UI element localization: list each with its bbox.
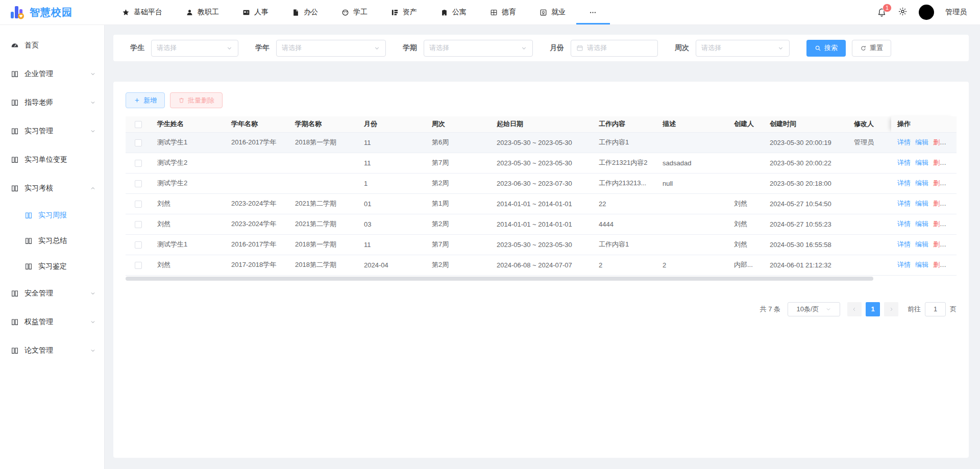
detail-link[interactable]: 详情 xyxy=(897,261,911,268)
sidebar-item-internship-unit-change[interactable]: 实习单位变更 xyxy=(0,145,104,174)
cell-range: 2014-01-01 ~ 2014-01-01 xyxy=(491,193,593,214)
delete-link[interactable]: 删除 xyxy=(933,179,946,187)
chevron-left-icon xyxy=(851,306,857,312)
topnav-item-student-affairs[interactable]: 学工 xyxy=(330,0,379,24)
sidebar-item-label: 实习总结 xyxy=(38,236,96,245)
app-logo[interactable]: 智慧校园 xyxy=(10,5,110,19)
cell-desc xyxy=(656,193,728,214)
sidebar-item-label: 指导老师 xyxy=(24,98,90,107)
batch-delete-button[interactable]: 批量删除 xyxy=(170,92,223,108)
sidebar-item-internship-mgmt[interactable]: 实习管理 xyxy=(0,117,104,145)
select-all-checkbox[interactable] xyxy=(135,121,142,128)
row-checkbox[interactable] xyxy=(135,201,142,208)
page-1-button[interactable]: 1 xyxy=(866,302,880,316)
topnav-item-platform[interactable]: 基础平台 xyxy=(110,0,174,24)
row-checkbox[interactable] xyxy=(135,262,142,269)
cell-modifier xyxy=(848,153,891,173)
sidebar-item-enterprise-mgmt[interactable]: 企业管理 xyxy=(0,60,104,88)
horizontal-scrollbar[interactable] xyxy=(126,277,873,281)
row-checkbox[interactable] xyxy=(135,160,142,167)
school-year-select[interactable]: 请选择 xyxy=(276,40,386,57)
month-date-picker[interactable]: 请选择 xyxy=(571,40,658,57)
delete-link[interactable]: 删除 xyxy=(933,138,946,146)
goto-page-input[interactable] xyxy=(925,302,946,316)
detail-link[interactable]: 详情 xyxy=(897,240,911,248)
cell-created: 2024-05-27 10:55:23 xyxy=(764,214,848,234)
sidebar-item-home[interactable]: 首页 xyxy=(0,31,104,60)
topnav-item-more[interactable] xyxy=(577,0,608,24)
detail-link[interactable]: 详情 xyxy=(897,179,911,187)
week-select[interactable]: 请选择 xyxy=(696,40,790,57)
delete-link[interactable]: 删除 xyxy=(933,159,946,166)
week-filter-label: 周次 xyxy=(675,43,689,53)
edit-link[interactable]: 编辑 xyxy=(915,138,928,146)
search-button[interactable]: 搜索 xyxy=(806,40,846,57)
edit-link[interactable]: 编辑 xyxy=(915,261,928,268)
delete-link[interactable]: 删除 xyxy=(933,261,946,268)
sidebar-item-thesis-mgmt[interactable]: 论文管理 xyxy=(0,336,104,365)
cell-content: 工作内容1 xyxy=(593,132,656,153)
detail-link[interactable]: 详情 xyxy=(897,200,911,207)
topnav-item-staff[interactable]: 教职工 xyxy=(174,0,231,24)
page-size-select[interactable]: 10条/页 xyxy=(788,302,840,316)
book-icon xyxy=(11,289,19,298)
topnav-item-moral-education[interactable]: 德育 xyxy=(478,0,528,24)
user-name[interactable]: 管理员 xyxy=(945,8,967,17)
chevron-down-icon xyxy=(90,319,96,325)
cell-creator: 内部... xyxy=(728,255,764,275)
row-checkbox[interactable] xyxy=(135,241,142,249)
row-checkbox[interactable] xyxy=(135,221,142,228)
topnav-item-apartment[interactable]: 公寓 xyxy=(429,0,478,24)
sidebar-item-internship-assessment[interactable]: 实习考核 xyxy=(0,174,104,203)
detail-link[interactable]: 详情 xyxy=(897,138,911,146)
topnav-item-employment[interactable]: 就业 xyxy=(528,0,577,24)
cell-content: 工作内213213... xyxy=(593,173,656,193)
table-row: 刘然2023-2024学年2021第二学期03第2周2014-01-01 ~ 2… xyxy=(126,214,957,234)
calendar-icon xyxy=(576,44,583,52)
notifications-button[interactable]: 1 xyxy=(877,8,887,17)
sidebar-item-appraisal[interactable]: 实习鉴定 xyxy=(0,254,104,279)
sidebar-item-safety-mgmt[interactable]: 安全管理 xyxy=(0,279,104,308)
sidebar-item-advisor[interactable]: 指导老师 xyxy=(0,88,104,117)
column-header: 操作 xyxy=(891,116,957,132)
sidebar-item-rights-mgmt[interactable]: 权益管理 xyxy=(0,308,104,336)
placeholder-text: 请选择 xyxy=(701,43,777,53)
detail-link[interactable]: 详情 xyxy=(897,220,911,228)
edit-link[interactable]: 编辑 xyxy=(915,240,928,248)
topnav-item-assets[interactable]: 资产 xyxy=(379,0,429,24)
edit-link[interactable]: 编辑 xyxy=(915,179,928,187)
topnav-menu: 基础平台 教职工 人事 办公 学工 资产 公寓 德育 就业 xyxy=(110,0,608,24)
sidebar-item-label: 安全管理 xyxy=(24,289,90,298)
delete-link[interactable]: 删除 xyxy=(933,220,946,228)
next-page-button[interactable] xyxy=(884,302,898,316)
reset-button[interactable]: 重置 xyxy=(852,40,891,57)
table-row: 刘然2023-2024学年2021第二学期01第1周2014-01-01 ~ 2… xyxy=(126,193,957,214)
delete-link[interactable]: 删除 xyxy=(933,240,946,248)
sidebar-item-summary[interactable]: 实习总结 xyxy=(0,228,104,254)
cell-created: 2024-05-30 16:55:58 xyxy=(764,234,848,255)
topnav-item-label: 基础平台 xyxy=(134,8,162,17)
settings-button[interactable] xyxy=(898,7,908,18)
cell-term: 2018第一学期 xyxy=(289,234,358,255)
prev-page-button[interactable] xyxy=(847,302,862,316)
sidebar-item-weekly-report[interactable]: 实习周报 xyxy=(0,203,104,228)
edit-link[interactable]: 编辑 xyxy=(915,220,928,228)
actions-cell: 详情编辑删除 xyxy=(891,255,957,275)
cell-year: 2017-2018学年 xyxy=(225,255,289,275)
avatar[interactable] xyxy=(919,5,934,20)
topnav-item-office[interactable]: 办公 xyxy=(280,0,330,24)
row-checkbox[interactable] xyxy=(135,180,142,187)
student-select[interactable]: 请选择 xyxy=(151,40,238,57)
add-button[interactable]: 新增 xyxy=(126,92,165,108)
actions-cell: 详情编辑删除 xyxy=(891,234,957,255)
cell-month: 2024-04 xyxy=(358,255,426,275)
topnav-item-hr[interactable]: 人事 xyxy=(231,0,280,24)
chevron-down-icon xyxy=(90,100,96,106)
edit-link[interactable]: 编辑 xyxy=(915,200,928,207)
row-checkbox[interactable] xyxy=(135,139,142,146)
detail-link[interactable]: 详情 xyxy=(897,159,911,166)
term-select[interactable]: 请选择 xyxy=(424,40,533,57)
delete-link[interactable]: 删除 xyxy=(933,200,946,207)
book-icon xyxy=(11,70,19,78)
edit-link[interactable]: 编辑 xyxy=(915,159,928,166)
